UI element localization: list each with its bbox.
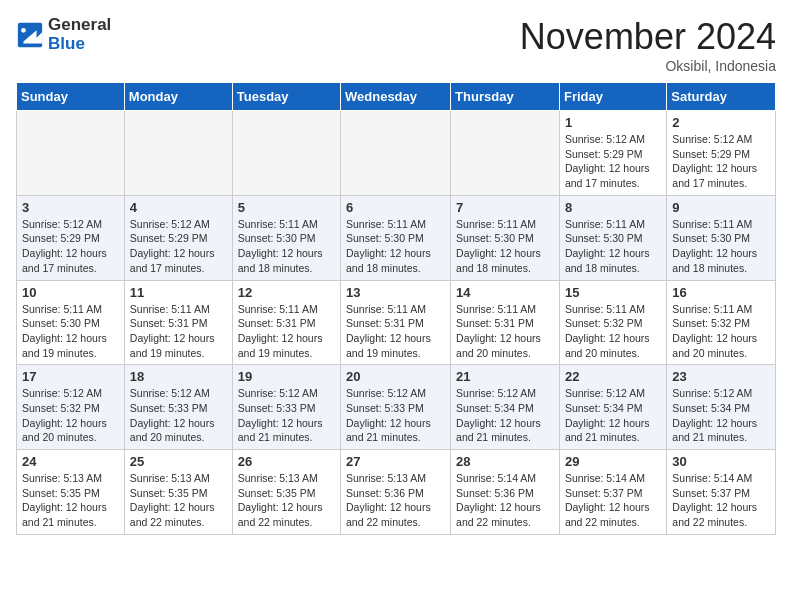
- calendar-day-cell: 17Sunrise: 5:12 AM Sunset: 5:32 PM Dayli…: [17, 365, 125, 450]
- calendar-week-row: 17Sunrise: 5:12 AM Sunset: 5:32 PM Dayli…: [17, 365, 776, 450]
- day-number: 23: [672, 369, 770, 384]
- day-info: Sunrise: 5:11 AM Sunset: 5:31 PM Dayligh…: [456, 302, 554, 361]
- calendar-day-cell: 24Sunrise: 5:13 AM Sunset: 5:35 PM Dayli…: [17, 450, 125, 535]
- day-info: Sunrise: 5:12 AM Sunset: 5:29 PM Dayligh…: [565, 132, 661, 191]
- day-number: 16: [672, 285, 770, 300]
- day-number: 7: [456, 200, 554, 215]
- calendar-day-cell: 20Sunrise: 5:12 AM Sunset: 5:33 PM Dayli…: [341, 365, 451, 450]
- calendar-day-cell: 2Sunrise: 5:12 AM Sunset: 5:29 PM Daylig…: [667, 111, 776, 196]
- day-number: 24: [22, 454, 119, 469]
- day-number: 1: [565, 115, 661, 130]
- calendar-day-cell: 3Sunrise: 5:12 AM Sunset: 5:29 PM Daylig…: [17, 195, 125, 280]
- day-number: 26: [238, 454, 335, 469]
- day-number: 18: [130, 369, 227, 384]
- day-info: Sunrise: 5:11 AM Sunset: 5:30 PM Dayligh…: [346, 217, 445, 276]
- day-number: 20: [346, 369, 445, 384]
- calendar-header-row: SundayMondayTuesdayWednesdayThursdayFrid…: [17, 83, 776, 111]
- calendar-day-cell: 25Sunrise: 5:13 AM Sunset: 5:35 PM Dayli…: [124, 450, 232, 535]
- day-number: 29: [565, 454, 661, 469]
- title-block: November 2024 Oksibil, Indonesia: [520, 16, 776, 74]
- day-header-sunday: Sunday: [17, 83, 125, 111]
- calendar-day-cell: [232, 111, 340, 196]
- calendar-week-row: 10Sunrise: 5:11 AM Sunset: 5:30 PM Dayli…: [17, 280, 776, 365]
- day-info: Sunrise: 5:13 AM Sunset: 5:36 PM Dayligh…: [346, 471, 445, 530]
- day-header-friday: Friday: [559, 83, 666, 111]
- day-info: Sunrise: 5:12 AM Sunset: 5:33 PM Dayligh…: [346, 386, 445, 445]
- day-info: Sunrise: 5:12 AM Sunset: 5:29 PM Dayligh…: [130, 217, 227, 276]
- day-number: 13: [346, 285, 445, 300]
- calendar-table: SundayMondayTuesdayWednesdayThursdayFrid…: [16, 82, 776, 535]
- day-number: 21: [456, 369, 554, 384]
- day-number: 27: [346, 454, 445, 469]
- day-info: Sunrise: 5:11 AM Sunset: 5:30 PM Dayligh…: [238, 217, 335, 276]
- day-info: Sunrise: 5:14 AM Sunset: 5:37 PM Dayligh…: [565, 471, 661, 530]
- day-info: Sunrise: 5:13 AM Sunset: 5:35 PM Dayligh…: [22, 471, 119, 530]
- calendar-day-cell: 1Sunrise: 5:12 AM Sunset: 5:29 PM Daylig…: [559, 111, 666, 196]
- day-info: Sunrise: 5:11 AM Sunset: 5:31 PM Dayligh…: [346, 302, 445, 361]
- logo-general: General: [48, 16, 111, 35]
- day-info: Sunrise: 5:12 AM Sunset: 5:34 PM Dayligh…: [565, 386, 661, 445]
- day-number: 3: [22, 200, 119, 215]
- day-header-wednesday: Wednesday: [341, 83, 451, 111]
- location: Oksibil, Indonesia: [520, 58, 776, 74]
- day-header-saturday: Saturday: [667, 83, 776, 111]
- calendar-day-cell: 6Sunrise: 5:11 AM Sunset: 5:30 PM Daylig…: [341, 195, 451, 280]
- calendar-day-cell: 22Sunrise: 5:12 AM Sunset: 5:34 PM Dayli…: [559, 365, 666, 450]
- day-info: Sunrise: 5:12 AM Sunset: 5:32 PM Dayligh…: [22, 386, 119, 445]
- day-info: Sunrise: 5:12 AM Sunset: 5:29 PM Dayligh…: [22, 217, 119, 276]
- calendar-day-cell: 10Sunrise: 5:11 AM Sunset: 5:30 PM Dayli…: [17, 280, 125, 365]
- calendar-day-cell: 7Sunrise: 5:11 AM Sunset: 5:30 PM Daylig…: [451, 195, 560, 280]
- calendar-week-row: 24Sunrise: 5:13 AM Sunset: 5:35 PM Dayli…: [17, 450, 776, 535]
- svg-point-3: [21, 28, 26, 33]
- calendar-day-cell: 23Sunrise: 5:12 AM Sunset: 5:34 PM Dayli…: [667, 365, 776, 450]
- day-info: Sunrise: 5:11 AM Sunset: 5:31 PM Dayligh…: [238, 302, 335, 361]
- day-number: 8: [565, 200, 661, 215]
- logo-icon: [16, 21, 44, 49]
- calendar-day-cell: 5Sunrise: 5:11 AM Sunset: 5:30 PM Daylig…: [232, 195, 340, 280]
- day-info: Sunrise: 5:12 AM Sunset: 5:33 PM Dayligh…: [238, 386, 335, 445]
- calendar-day-cell: [341, 111, 451, 196]
- day-number: 28: [456, 454, 554, 469]
- day-number: 30: [672, 454, 770, 469]
- day-info: Sunrise: 5:12 AM Sunset: 5:29 PM Dayligh…: [672, 132, 770, 191]
- day-info: Sunrise: 5:14 AM Sunset: 5:36 PM Dayligh…: [456, 471, 554, 530]
- calendar-day-cell: 30Sunrise: 5:14 AM Sunset: 5:37 PM Dayli…: [667, 450, 776, 535]
- day-number: 9: [672, 200, 770, 215]
- calendar-day-cell: 18Sunrise: 5:12 AM Sunset: 5:33 PM Dayli…: [124, 365, 232, 450]
- day-header-thursday: Thursday: [451, 83, 560, 111]
- calendar-day-cell: 11Sunrise: 5:11 AM Sunset: 5:31 PM Dayli…: [124, 280, 232, 365]
- calendar-day-cell: [17, 111, 125, 196]
- calendar-day-cell: 13Sunrise: 5:11 AM Sunset: 5:31 PM Dayli…: [341, 280, 451, 365]
- day-number: 22: [565, 369, 661, 384]
- day-number: 6: [346, 200, 445, 215]
- calendar-day-cell: 14Sunrise: 5:11 AM Sunset: 5:31 PM Dayli…: [451, 280, 560, 365]
- calendar-week-row: 1Sunrise: 5:12 AM Sunset: 5:29 PM Daylig…: [17, 111, 776, 196]
- day-info: Sunrise: 5:12 AM Sunset: 5:34 PM Dayligh…: [456, 386, 554, 445]
- day-info: Sunrise: 5:12 AM Sunset: 5:34 PM Dayligh…: [672, 386, 770, 445]
- day-info: Sunrise: 5:14 AM Sunset: 5:37 PM Dayligh…: [672, 471, 770, 530]
- day-info: Sunrise: 5:11 AM Sunset: 5:30 PM Dayligh…: [672, 217, 770, 276]
- day-number: 11: [130, 285, 227, 300]
- day-number: 17: [22, 369, 119, 384]
- day-header-tuesday: Tuesday: [232, 83, 340, 111]
- calendar-day-cell: 4Sunrise: 5:12 AM Sunset: 5:29 PM Daylig…: [124, 195, 232, 280]
- day-info: Sunrise: 5:11 AM Sunset: 5:30 PM Dayligh…: [456, 217, 554, 276]
- calendar-day-cell: 8Sunrise: 5:11 AM Sunset: 5:30 PM Daylig…: [559, 195, 666, 280]
- logo: General Blue: [16, 16, 111, 53]
- calendar-day-cell: 15Sunrise: 5:11 AM Sunset: 5:32 PM Dayli…: [559, 280, 666, 365]
- day-number: 25: [130, 454, 227, 469]
- day-number: 4: [130, 200, 227, 215]
- page-header: General Blue November 2024 Oksibil, Indo…: [16, 16, 776, 74]
- day-info: Sunrise: 5:11 AM Sunset: 5:32 PM Dayligh…: [672, 302, 770, 361]
- day-number: 10: [22, 285, 119, 300]
- day-info: Sunrise: 5:13 AM Sunset: 5:35 PM Dayligh…: [130, 471, 227, 530]
- day-info: Sunrise: 5:11 AM Sunset: 5:30 PM Dayligh…: [565, 217, 661, 276]
- day-info: Sunrise: 5:13 AM Sunset: 5:35 PM Dayligh…: [238, 471, 335, 530]
- day-info: Sunrise: 5:11 AM Sunset: 5:30 PM Dayligh…: [22, 302, 119, 361]
- day-info: Sunrise: 5:11 AM Sunset: 5:32 PM Dayligh…: [565, 302, 661, 361]
- day-header-monday: Monday: [124, 83, 232, 111]
- logo-blue: Blue: [48, 35, 111, 54]
- day-info: Sunrise: 5:11 AM Sunset: 5:31 PM Dayligh…: [130, 302, 227, 361]
- day-number: 15: [565, 285, 661, 300]
- calendar-day-cell: 19Sunrise: 5:12 AM Sunset: 5:33 PM Dayli…: [232, 365, 340, 450]
